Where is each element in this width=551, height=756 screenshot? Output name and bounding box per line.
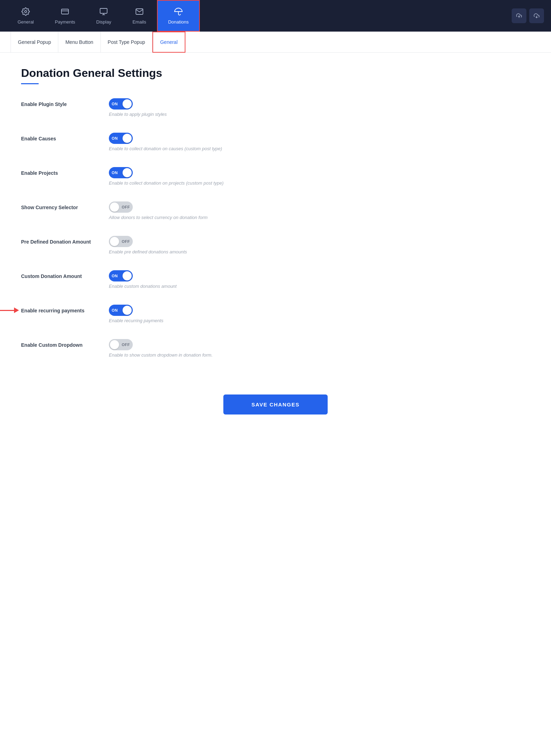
nav-item-emails[interactable]: Emails	[122, 0, 157, 32]
toggle-knob-enable-causes	[123, 134, 132, 143]
toggle-label-show-currency-selector: OFF	[122, 205, 130, 209]
umbrella-icon	[174, 7, 183, 17]
settings-row-custom-donation-amount: Custom Donation AmountONEnable custom do…	[21, 270, 530, 289]
setting-label-enable-causes: Enable Causes	[21, 136, 56, 141]
title-underline	[21, 83, 39, 84]
toggle-label-enable-causes: ON	[112, 136, 118, 140]
upload-button[interactable]	[512, 8, 526, 23]
toggle-label-pre-defined-donation-amount: OFF	[122, 239, 130, 244]
setting-description-show-currency-selector: Allow donors to select currency on donat…	[109, 215, 208, 220]
toggle-enable-plugin-style[interactable]: ON	[109, 98, 133, 110]
setting-description-custom-donation-amount: Enable custom donations amount	[109, 284, 177, 289]
mail-icon	[135, 7, 144, 17]
sub-nav-item-general-popup[interactable]: General Popup	[11, 32, 58, 53]
main-content: Donation General Settings Enable Plugin …	[0, 53, 551, 756]
settings-row-show-currency-selector: Show Currency SelectorOFFAllow donors to…	[21, 201, 530, 220]
setting-description-enable-plugin-style: Enable to apply plugin styles	[109, 112, 167, 117]
nav-item-payments[interactable]: Payments	[44, 0, 86, 32]
nav-item-display[interactable]: Display	[86, 0, 122, 32]
toggle-label-enable-projects: ON	[112, 171, 118, 175]
setting-label-enable-projects: Enable Projects	[21, 170, 58, 176]
setting-label-enable-custom-dropdown: Enable Custom Dropdown	[21, 342, 83, 348]
nav-label-payments: Payments	[55, 19, 75, 25]
toggle-enable-recurring-payments[interactable]: ON	[109, 305, 133, 316]
toggle-knob-show-currency-selector	[110, 203, 119, 212]
setting-label-pre-defined-donation-amount: Pre Defined Donation Amount	[21, 239, 91, 245]
settings-row-pre-defined-donation-amount: Pre Defined Donation AmountOFFEnable pre…	[21, 236, 530, 254]
red-arrow-indicator	[0, 307, 19, 313]
toggle-pre-defined-donation-amount[interactable]: OFF	[109, 236, 133, 247]
nav-item-general[interactable]: General	[7, 0, 44, 32]
nav-label-display: Display	[96, 19, 111, 25]
toggle-enable-projects[interactable]: ON	[109, 167, 133, 178]
nav-actions	[512, 8, 544, 23]
svg-rect-3	[100, 8, 107, 13]
sub-nav-item-post-type-popup[interactable]: Post Type Popup	[101, 32, 152, 53]
toggle-label-enable-plugin-style: ON	[112, 102, 118, 106]
toggle-knob-enable-custom-dropdown	[110, 340, 119, 349]
sub-nav: General Popup Menu Button Post Type Popu…	[0, 32, 551, 53]
toggle-knob-custom-donation-amount	[123, 271, 132, 280]
setting-description-enable-custom-dropdown: Enable to show custom dropdown in donati…	[109, 352, 213, 358]
toggle-label-enable-recurring-payments: ON	[112, 308, 118, 312]
toggle-label-enable-custom-dropdown: OFF	[122, 343, 130, 347]
setting-label-show-currency-selector: Show Currency Selector	[21, 205, 78, 210]
setting-label-enable-recurring-payments: Enable recurring payments	[21, 308, 85, 313]
settings-row-enable-custom-dropdown: Enable Custom DropdownOFFEnable to show …	[21, 339, 530, 358]
nav-item-donations[interactable]: Donations	[157, 0, 200, 32]
toggle-knob-pre-defined-donation-amount	[110, 237, 119, 246]
svg-point-0	[25, 11, 27, 13]
setting-description-enable-causes: Enable to collect donation on causes (cu…	[109, 146, 222, 151]
save-changes-button[interactable]: SAVE CHANGES	[223, 394, 328, 415]
setting-description-enable-projects: Enable to collect donation on projects (…	[109, 180, 224, 186]
nav-items: General Payments Display	[7, 0, 512, 32]
settings-row-enable-causes: Enable CausesONEnable to collect donatio…	[21, 133, 530, 151]
toggle-knob-enable-projects	[123, 168, 132, 177]
setting-label-enable-plugin-style: Enable Plugin Style	[21, 101, 67, 107]
save-section: SAVE CHANGES	[21, 373, 530, 429]
monitor-icon	[99, 7, 108, 17]
toggle-show-currency-selector[interactable]: OFF	[109, 201, 133, 213]
toggle-custom-donation-amount[interactable]: ON	[109, 270, 133, 281]
svg-rect-1	[61, 9, 68, 14]
page-title: Donation General Settings	[21, 67, 530, 80]
toggle-enable-custom-dropdown[interactable]: OFF	[109, 339, 133, 350]
settings-row-enable-projects: Enable ProjectsONEnable to collect donat…	[21, 167, 530, 186]
nav-label-general: General	[18, 19, 34, 25]
settings-container: Enable Plugin StyleONEnable to apply plu…	[21, 98, 530, 358]
toggle-label-custom-donation-amount: ON	[112, 274, 118, 278]
credit-card-icon	[61, 7, 69, 17]
download-button[interactable]	[529, 8, 544, 23]
setting-description-pre-defined-donation-amount: Enable pre defined donations amounts	[109, 249, 187, 254]
settings-row-enable-plugin-style: Enable Plugin StyleONEnable to apply plu…	[21, 98, 530, 117]
sub-nav-item-general[interactable]: General	[152, 32, 185, 53]
sub-nav-item-menu-button[interactable]: Menu Button	[58, 32, 100, 53]
settings-row-enable-recurring-payments: Enable recurring paymentsONEnable recurr…	[21, 305, 530, 323]
toggle-knob-enable-plugin-style	[123, 99, 132, 108]
toggle-enable-causes[interactable]: ON	[109, 133, 133, 144]
gear-icon	[21, 7, 30, 17]
toggle-knob-enable-recurring-payments	[123, 306, 132, 315]
top-nav: General Payments Display	[0, 0, 551, 32]
setting-label-custom-donation-amount: Custom Donation Amount	[21, 273, 82, 279]
nav-label-emails: Emails	[132, 19, 146, 25]
setting-description-enable-recurring-payments: Enable recurring payments	[109, 318, 163, 323]
nav-label-donations: Donations	[168, 19, 189, 25]
